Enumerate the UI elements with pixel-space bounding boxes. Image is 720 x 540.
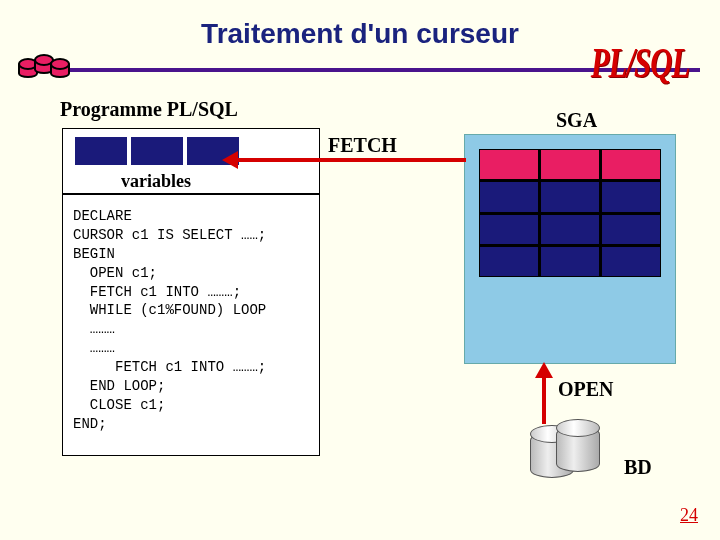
variables-label: variables bbox=[121, 171, 191, 192]
sga-cell bbox=[541, 182, 599, 211]
sga-box bbox=[464, 134, 676, 364]
db-mini-icon bbox=[18, 56, 78, 82]
var-cell bbox=[131, 137, 183, 165]
sga-cell bbox=[480, 150, 538, 179]
variable-cells bbox=[75, 137, 239, 165]
sga-cell bbox=[602, 150, 660, 179]
page-number: 24 bbox=[680, 505, 698, 526]
sga-cell bbox=[602, 247, 660, 276]
sga-grid bbox=[479, 149, 661, 277]
sga-cell bbox=[602, 215, 660, 244]
fetch-label: FETCH bbox=[328, 134, 397, 157]
sga-label: SGA bbox=[556, 109, 597, 132]
code-block: DECLARE CURSOR c1 IS SELECT ……; BEGIN OP… bbox=[62, 194, 320, 456]
sga-cell bbox=[541, 150, 599, 179]
sga-cell bbox=[602, 182, 660, 211]
fetch-arrow-icon bbox=[236, 158, 466, 162]
program-label: Programme PL/SQL bbox=[60, 98, 238, 121]
open-label: OPEN bbox=[558, 378, 614, 401]
plsql-logo: PL/SQL bbox=[591, 39, 690, 87]
open-arrow-icon bbox=[542, 376, 546, 424]
sga-cell bbox=[541, 215, 599, 244]
sga-cell bbox=[541, 247, 599, 276]
bd-label: BD bbox=[624, 456, 652, 479]
var-cell bbox=[75, 137, 127, 165]
sga-cell bbox=[480, 182, 538, 211]
sga-cell bbox=[480, 247, 538, 276]
sga-cell bbox=[480, 215, 538, 244]
